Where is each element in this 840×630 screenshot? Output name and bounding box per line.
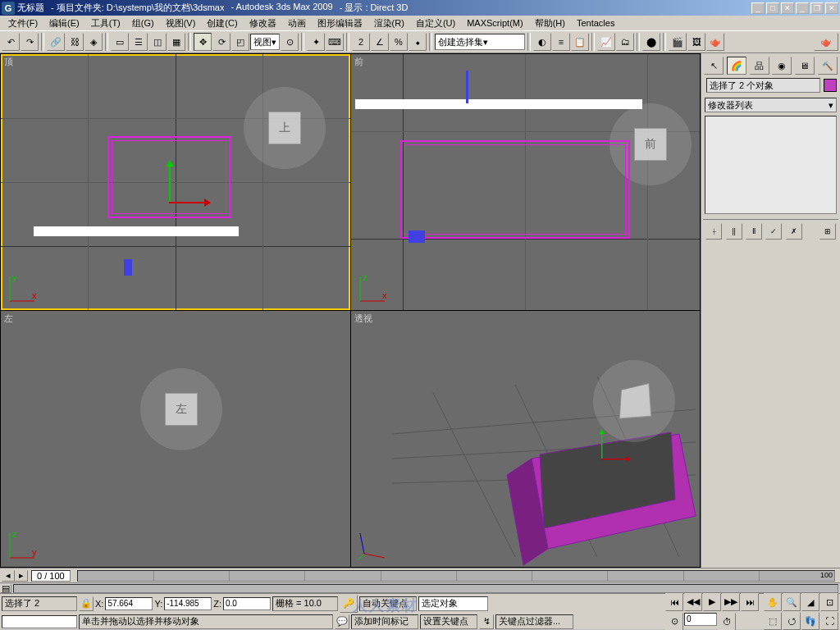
menu-tools[interactable]: 工具(T) bbox=[86, 16, 126, 30]
link-button[interactable]: 🔗 bbox=[47, 33, 65, 51]
keyfilter-button[interactable]: 关键点过滤器... bbox=[495, 614, 573, 629]
move-gizmo-top[interactable] bbox=[144, 177, 194, 226]
show-end-button[interactable]: || bbox=[726, 223, 742, 240]
unlink-button[interactable]: ⛓ bbox=[66, 33, 84, 51]
menu-maxscript[interactable]: MAXScript(M) bbox=[462, 17, 527, 29]
viewcube-left[interactable]: 左 bbox=[140, 368, 222, 450]
viewport-perspective[interactable]: 透视 bbox=[351, 311, 701, 567]
configure-button[interactable]: ✗ bbox=[786, 223, 802, 240]
select-name-button[interactable]: ☰ bbox=[130, 33, 148, 51]
scale-button[interactable]: ◰ bbox=[231, 33, 249, 51]
tab-create[interactable]: ↖ bbox=[704, 57, 724, 75]
redo-button[interactable]: ↷ bbox=[21, 33, 39, 51]
menu-edit[interactable]: 编辑(E) bbox=[44, 16, 84, 30]
bind-button[interactable]: ◈ bbox=[84, 33, 103, 51]
viewport-top[interactable]: 顶 上 xy bbox=[1, 54, 350, 310]
keyobject-dropdown[interactable]: 选定对象 bbox=[418, 596, 488, 611]
z-input[interactable] bbox=[223, 597, 271, 610]
viewcube-top[interactable]: 上 bbox=[244, 87, 326, 169]
snap-angle-button[interactable]: ∠ bbox=[371, 33, 389, 51]
close-button-2[interactable]: ✕ bbox=[825, 2, 838, 14]
align-button[interactable]: ≡ bbox=[552, 33, 570, 51]
make-unique-button[interactable]: Ⅱ bbox=[746, 223, 762, 240]
key-mode-button[interactable]: 🔑 bbox=[340, 595, 358, 613]
fov-button[interactable]: ◢ bbox=[801, 593, 819, 611]
quick-render-button[interactable]: 🫖 bbox=[706, 33, 724, 51]
close-button[interactable]: ✕ bbox=[781, 2, 794, 14]
snap-spinner-button[interactable]: ⬥ bbox=[409, 33, 427, 51]
restore-button-2[interactable]: ❐ bbox=[810, 2, 824, 14]
menu-file[interactable]: 文件(F) bbox=[3, 16, 43, 30]
viewcube-persp[interactable] bbox=[593, 360, 675, 442]
curve-editor-button[interactable]: 📈 bbox=[597, 33, 615, 51]
layer-button[interactable]: 📋 bbox=[571, 33, 589, 51]
manipulate-button[interactable]: ✦ bbox=[307, 33, 325, 51]
filter-button[interactable]: ▦ bbox=[167, 33, 185, 51]
snap-2d-button[interactable]: 2 bbox=[352, 33, 370, 51]
minimize-button[interactable]: _ bbox=[751, 2, 765, 14]
x-input[interactable] bbox=[105, 597, 153, 610]
time-track[interactable]: 100 bbox=[77, 570, 835, 582]
schematic-button[interactable]: 🗂 bbox=[616, 33, 634, 51]
track-bar[interactable]: ▤ bbox=[0, 582, 840, 593]
next-frame-button[interactable]: ▶▶ bbox=[722, 593, 740, 611]
rotate-button[interactable]: ⟳ bbox=[212, 33, 231, 51]
addtime-button[interactable]: 添加时间标记 bbox=[351, 614, 418, 629]
keyboard-button[interactable]: ⌨ bbox=[326, 33, 344, 51]
viewport-front[interactable]: 前 前 xz bbox=[351, 54, 701, 310]
timeline-right-button[interactable]: ▸ bbox=[15, 570, 28, 582]
zoom-extents-button[interactable]: ⊡ bbox=[820, 593, 838, 611]
menu-customize[interactable]: 自定义(U) bbox=[411, 16, 460, 30]
sets-button[interactable]: ⊞ bbox=[819, 223, 836, 240]
menu-grapheditors[interactable]: 图形编辑器 bbox=[313, 16, 368, 30]
goto-end-button[interactable]: ⏭ bbox=[741, 593, 759, 611]
menu-views[interactable]: 视图(V) bbox=[161, 16, 201, 30]
select-button[interactable]: ▭ bbox=[111, 33, 129, 51]
minimize-button-2[interactable]: _ bbox=[796, 2, 809, 14]
select-region-button[interactable]: ◫ bbox=[148, 33, 167, 51]
menu-create[interactable]: 创建(C) bbox=[202, 16, 242, 30]
render-large-button[interactable]: 🫖 bbox=[814, 33, 838, 51]
viewport-left[interactable]: 左 左 yz bbox=[1, 311, 350, 567]
walk-button[interactable]: 👣 bbox=[801, 612, 819, 630]
timeline-left-button[interactable]: ◂ bbox=[2, 570, 15, 582]
time-settings-button[interactable]: ⏱ bbox=[718, 613, 736, 631]
pan-button[interactable]: ✋ bbox=[764, 593, 782, 611]
frame-input[interactable] bbox=[684, 613, 717, 626]
object-name-field[interactable]: 选择了 2 个对象 bbox=[706, 78, 820, 93]
zoom-region-button[interactable]: ⬚ bbox=[764, 612, 782, 630]
mirror-button[interactable]: ◐ bbox=[533, 33, 551, 51]
object-color-swatch[interactable] bbox=[824, 79, 837, 92]
tab-display[interactable]: 🖥 bbox=[795, 57, 815, 75]
comm-button[interactable]: 💬 bbox=[335, 614, 349, 629]
snap-percent-button[interactable]: % bbox=[390, 33, 408, 51]
autokey-button[interactable]: 自动关键点 bbox=[359, 596, 417, 611]
lock-button[interactable]: 🔒 bbox=[79, 596, 94, 611]
remove-mod-button[interactable]: ✓ bbox=[765, 223, 782, 240]
tab-utilities[interactable]: 🔨 bbox=[818, 57, 838, 75]
script-input[interactable] bbox=[2, 615, 77, 628]
menu-help[interactable]: 帮助(H) bbox=[530, 16, 570, 30]
menu-modifiers[interactable]: 修改器 bbox=[244, 16, 281, 30]
undo-button[interactable]: ↶ bbox=[2, 33, 20, 51]
trackbar-toggle-button[interactable]: ▤ bbox=[0, 584, 11, 593]
pin-stack-button[interactable]: ⟊ bbox=[705, 223, 722, 240]
zoom-button[interactable]: 🔍 bbox=[783, 593, 801, 611]
menu-animation[interactable]: 动画 bbox=[283, 16, 311, 30]
setkey-button[interactable]: 设置关键点 bbox=[420, 614, 477, 629]
material-button[interactable]: ⬤ bbox=[642, 33, 660, 51]
goto-start-button[interactable]: ⏮ bbox=[665, 593, 683, 611]
move-button[interactable]: ✥ bbox=[194, 33, 212, 51]
render-frame-button[interactable]: 🖼 bbox=[687, 33, 705, 51]
frame-indicator[interactable]: 0 / 100 bbox=[31, 570, 71, 582]
y-input[interactable] bbox=[164, 597, 212, 610]
render-setup-button[interactable]: 🎬 bbox=[669, 33, 687, 51]
time-config-button[interactable]: ⊙ bbox=[665, 613, 683, 631]
modifier-stack[interactable] bbox=[705, 116, 837, 214]
maximize-button[interactable]: □ bbox=[766, 2, 779, 14]
refcoord-dropdown[interactable]: 视图 ▾ bbox=[250, 34, 280, 50]
pivot-button[interactable]: ⊙ bbox=[281, 33, 299, 51]
menu-tentacles[interactable]: Tentacles bbox=[572, 17, 619, 29]
prev-frame-button[interactable]: ◀◀ bbox=[684, 593, 702, 611]
maximize-vp-button[interactable]: ⛶ bbox=[820, 612, 838, 630]
